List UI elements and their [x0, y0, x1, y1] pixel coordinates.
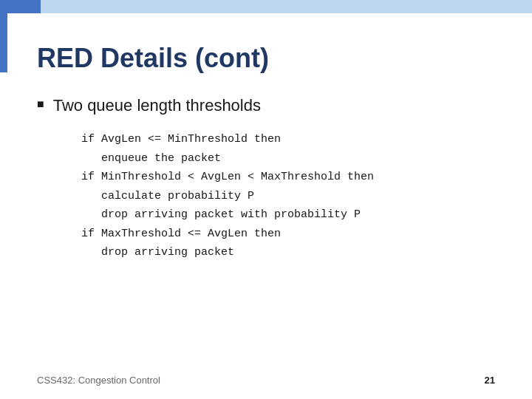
code-line-4: calculate probability P: [81, 187, 495, 206]
code-line-1: if AvgLen <= MinThreshold then: [81, 130, 495, 149]
bullet-item: ■ Two queue length thresholds: [37, 96, 495, 115]
code-line-2: enqueue the packet: [81, 149, 495, 168]
code-line-7: drop arriving packet: [81, 243, 495, 262]
slide: RED Details (cont) ■ Two queue length th…: [0, 0, 532, 399]
left-accent: [0, 13, 7, 72]
footer-course: CSS432: Congestion Control: [37, 375, 160, 386]
code-line-6: if MaxThreshold <= AvgLen then: [81, 225, 495, 244]
bullet-icon: ■: [37, 98, 44, 111]
top-bar: [0, 0, 532, 13]
footer: CSS432: Congestion Control 21: [0, 375, 532, 386]
footer-page: 21: [485, 375, 495, 386]
top-bar-light: [41, 0, 532, 13]
bullet-text: Two queue length thresholds: [53, 96, 261, 115]
code-block: if AvgLen <= MinThreshold then enqueue t…: [81, 130, 495, 262]
top-bar-blue: [0, 0, 41, 13]
slide-title: RED Details (cont): [37, 43, 495, 74]
code-line-5: drop arriving packet with probability P: [81, 205, 495, 225]
code-line-3: if MinThreshold < AvgLen < MaxThreshold …: [81, 168, 495, 187]
